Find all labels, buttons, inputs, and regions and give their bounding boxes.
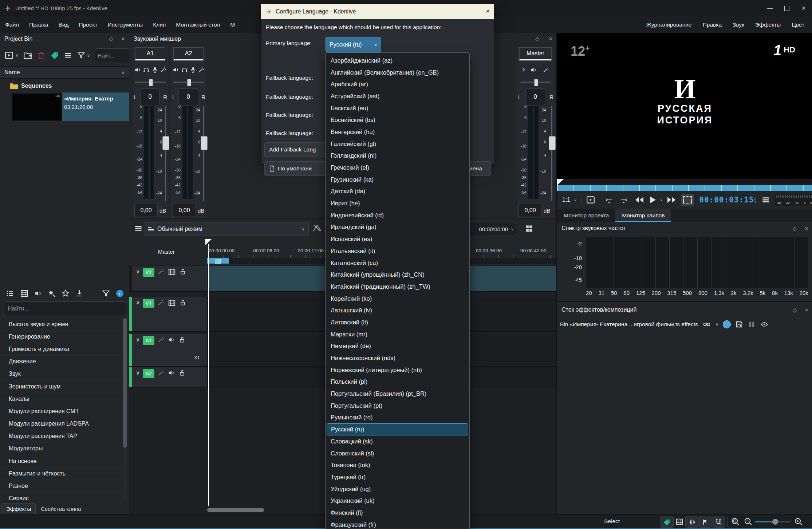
language-option[interactable]: Итальянский (it) (326, 245, 469, 257)
menu-item[interactable]: Журналирование (646, 21, 692, 28)
show-all-effects-icon[interactable] (6, 289, 15, 298)
markers-flag-button[interactable] (699, 516, 712, 528)
effects-category-row[interactable]: Громкость и динамика (0, 343, 122, 355)
download-effects-icon[interactable] (75, 289, 84, 298)
track-active-indicator[interactable] (129, 367, 132, 387)
snap-magnet-button[interactable] (712, 516, 725, 528)
timecode-spinner[interactable]: ∧∨ (754, 197, 757, 203)
language-option[interactable]: Индонезийский (id) (326, 209, 469, 221)
language-option[interactable]: Греческий (el) (326, 162, 469, 174)
close-panel-icon[interactable]: × (121, 36, 125, 42)
monitor-tab[interactable]: Монитор клипов (615, 209, 671, 222)
film-icon[interactable] (167, 268, 176, 276)
link-icon[interactable] (702, 321, 711, 328)
mute-speaker-icon[interactable] (173, 66, 180, 73)
zone-in-icon[interactable] (604, 196, 614, 204)
language-option[interactable]: Испанский (es) (326, 233, 469, 245)
lock-open-icon[interactable] (178, 336, 186, 343)
effects-wand-icon[interactable] (543, 66, 549, 73)
effects-category-row[interactable]: Разное (0, 480, 122, 492)
effects-category-row[interactable]: Каналы (0, 393, 122, 405)
language-option[interactable]: Норвежский (литературный) (nb) (326, 364, 469, 376)
sort-collapse-icon[interactable]: ∧ (121, 70, 125, 75)
loop-zone-button[interactable] (681, 194, 694, 206)
effects-category-row[interactable]: Звук (0, 368, 122, 380)
effects-category-row[interactable]: Сервис (0, 493, 122, 500)
monitor-playhead[interactable] (557, 179, 564, 185)
effects-category-row[interactable]: Движение (0, 356, 122, 368)
language-option[interactable]: Уйгурский (ug) (326, 483, 469, 495)
menu-item[interactable]: Правка (703, 21, 722, 28)
show-channels-icon[interactable]: › (522, 66, 525, 74)
pan-slider[interactable] (173, 79, 204, 86)
language-option[interactable]: Токипона (tok) (326, 459, 469, 471)
effects-search-input[interactable] (4, 301, 126, 316)
chevron-down-icon[interactable]: ∨ (15, 53, 19, 58)
rewind-icon[interactable] (634, 196, 645, 204)
volume-fader[interactable] (163, 106, 167, 201)
track-name-badge[interactable]: V1 (143, 299, 154, 308)
channel-name[interactable]: A2 (173, 47, 204, 60)
eye-icon[interactable] (760, 321, 769, 328)
audio-thumbnails-button[interactable] (685, 516, 699, 528)
monitor-menu-icon[interactable] (761, 195, 770, 205)
language-option[interactable]: Украинский (uk) (326, 495, 469, 507)
edit-mode-select[interactable]: Обычный режим ∨ (144, 222, 309, 236)
video-effects-icon[interactable] (20, 289, 29, 298)
chevron-down-icon[interactable]: ∨ (716, 322, 719, 327)
chevron-down-icon[interactable]: ∨ (87, 53, 90, 58)
language-option[interactable]: Литовский (lt) (326, 316, 469, 328)
language-option[interactable]: Польский (pl) (326, 376, 469, 388)
filter-icon[interactable] (77, 51, 86, 60)
language-option[interactable]: Венгерский (hu) (326, 126, 469, 138)
menu-item[interactable]: Правка (29, 21, 48, 28)
volume-fader[interactable] (202, 106, 205, 201)
track-active-indicator[interactable] (129, 297, 132, 331)
bin-clip-row[interactable]: «Империя- Екатер 03:21:20:08 (62, 92, 129, 121)
effects-category-row[interactable]: Модуляторы (0, 443, 122, 455)
timeline-menu-icon[interactable] (134, 224, 143, 233)
record-mic-icon[interactable] (190, 66, 197, 73)
audio-effects-icon[interactable] (34, 289, 42, 297)
mute-speaker-icon[interactable] (134, 66, 141, 73)
lock-open-icon[interactable] (179, 299, 186, 306)
play-icon[interactable] (649, 196, 657, 204)
chevron-down-icon[interactable]: ∨ (136, 299, 140, 306)
effects-category-row[interactable]: Модули расширения CMT (0, 405, 122, 418)
track-active-indicator[interactable] (129, 334, 132, 366)
language-option[interactable]: Галисийский (gl) (326, 138, 469, 150)
master-button[interactable]: Master (158, 249, 175, 255)
language-option[interactable]: Португальский (Бразилия) (pt_BR) (326, 388, 469, 400)
language-option[interactable]: Иврит (he) (326, 197, 469, 209)
monitor-seekbar[interactable] (557, 185, 812, 191)
lock-open-icon[interactable] (179, 268, 186, 275)
menu-item[interactable]: Вид (58, 21, 68, 28)
language-option[interactable]: Нижнесаксонский (nds) (326, 352, 469, 364)
monitor-zoom-select[interactable]: 1:1 (562, 197, 570, 203)
add-clip-button[interactable] (4, 51, 14, 60)
headphones-icon[interactable] (181, 66, 188, 73)
dialog-titlebar[interactable]: Configure Language - Kdenlive × (261, 4, 494, 19)
language-option[interactable]: Английский (Великобритания) (en_GB) (326, 67, 469, 79)
lock-open-icon[interactable] (178, 369, 186, 376)
language-option[interactable]: Датский (da) (326, 186, 469, 198)
film-icon[interactable] (167, 299, 176, 307)
language-option[interactable]: Астурийский (ast) (326, 90, 469, 102)
gain-value[interactable]: 0,00 (519, 204, 542, 217)
effects-wand-icon[interactable] (157, 299, 165, 306)
speaker-icon[interactable] (167, 369, 176, 376)
video-viewport[interactable]: 12+ 1 HD И РУССКАЯ ИСТОРИЯ (557, 33, 812, 179)
effects-category-row[interactable]: Высота звука и время (0, 318, 122, 331)
effects-category-row[interactable]: На основе (0, 455, 122, 467)
language-option[interactable]: Румынский (ro) (326, 412, 469, 424)
menu-item[interactable]: Проект (79, 21, 98, 28)
zoom-slider[interactable] (755, 521, 791, 522)
menu-item[interactable]: Звук (733, 21, 744, 28)
menu-item[interactable]: Клип (153, 21, 166, 28)
tag-filter-button[interactable] (660, 516, 674, 528)
language-option[interactable]: Ирландский (ga) (326, 221, 469, 233)
language-option[interactable]: Азербайджанский (az) (326, 55, 469, 67)
bin-search-input[interactable] (95, 48, 132, 62)
zone-out-icon[interactable] (619, 196, 628, 204)
effects-category-row[interactable]: Зернистость и шум (0, 380, 122, 393)
